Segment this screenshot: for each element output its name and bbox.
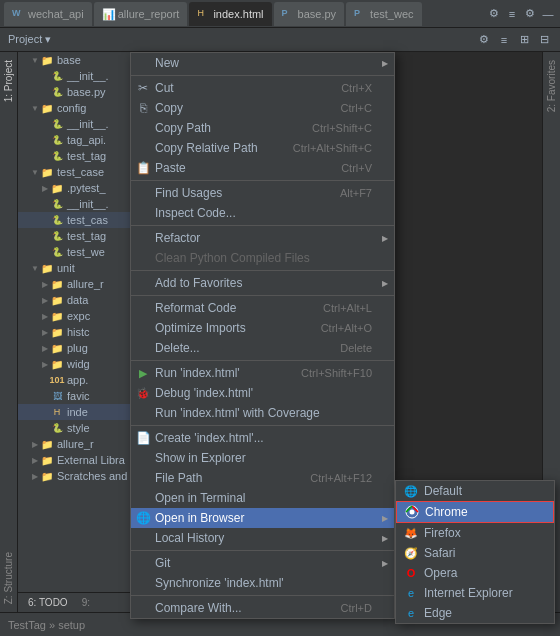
folder-icon-testcase: 📁 — [40, 165, 54, 179]
folder-icon-config: 📁 — [40, 101, 54, 115]
label-scratches: Scratches and — [57, 470, 127, 482]
menu-label-sync: Synchronize 'index.html' — [155, 576, 284, 590]
collapse-icon[interactable]: ⊟ — [536, 32, 552, 48]
menu-item-compare[interactable]: Compare With... Ctrl+D — [131, 598, 394, 618]
menu-item-findusages[interactable]: Find Usages Alt+F7 — [131, 183, 394, 203]
tree-arrow-pytest: ▶ — [40, 184, 50, 193]
submenu-item-default[interactable]: 🌐 Default — [396, 481, 554, 501]
bottom-tab-todo[interactable]: 6: TODO — [22, 595, 74, 610]
filter-icon[interactable]: ≡ — [496, 32, 512, 48]
layout-btn[interactable]: ≡ — [504, 6, 520, 22]
menu-item-favorites[interactable]: Add to Favorites — [131, 273, 394, 293]
tab-base-py[interactable]: P base.py — [274, 2, 345, 26]
menu-item-optimize[interactable]: Optimize Imports Ctrl+Alt+O — [131, 318, 394, 338]
folder-icon-expc: 📁 — [50, 309, 64, 323]
menu-item-cut[interactable]: ✂ Cut Ctrl+X — [131, 78, 394, 98]
menu-label-delete: Delete... — [155, 341, 200, 355]
label-widg: widg — [67, 358, 90, 370]
menu-item-sync[interactable]: Synchronize 'index.html' — [131, 573, 394, 593]
menu-item-paste[interactable]: 📋 Paste Ctrl+V — [131, 158, 394, 178]
menu-shortcut-copy: Ctrl+C — [341, 102, 386, 114]
menu-item-openterminal[interactable]: Open in Terminal — [131, 488, 394, 508]
debug-icon: 🐞 — [136, 386, 150, 400]
menu-label-copyrelpath: Copy Relative Path — [155, 141, 258, 155]
folder-icon-widg: 📁 — [50, 357, 64, 371]
menu-shortcut-reformat: Ctrl+Alt+L — [323, 302, 386, 314]
menu-label-copy: Copy — [155, 101, 183, 115]
bottom-tab-9[interactable]: 9: — [76, 595, 96, 610]
menu-label-findusages: Find Usages — [155, 186, 222, 200]
menu-label-inspect: Inspect Code... — [155, 206, 236, 220]
close-btn[interactable]: — — [540, 6, 556, 22]
create-icon: 📄 — [136, 431, 150, 445]
menu-item-localhistory[interactable]: Local History — [131, 528, 394, 548]
menu-item-reformat[interactable]: Reformat Code Ctrl+Alt+L — [131, 298, 394, 318]
menu-shortcut-copyrelpath: Ctrl+Alt+Shift+C — [293, 142, 386, 154]
context-menu: New ✂ Cut Ctrl+X ⎘ Copy Ctrl+C Copy Path… — [130, 52, 395, 619]
folder-icon-pytest: 📁 — [50, 181, 64, 195]
menu-shortcut-findusages: Alt+F7 — [340, 187, 386, 199]
menu-item-new[interactable]: New — [131, 53, 394, 73]
svg-point-1 — [410, 510, 415, 515]
side-tab-favorites[interactable]: 2: Favorites — [544, 52, 559, 120]
browser-icon-menu: 🌐 — [136, 511, 150, 525]
chrome-icon — [405, 505, 419, 519]
menu-label-coverage: Run 'index.html' with Coverage — [155, 406, 320, 420]
tab-icon-allure: 📊 — [102, 8, 114, 20]
tab-wechat-api[interactable]: W wechat_api — [4, 2, 92, 26]
submenu-item-opera[interactable]: O Opera — [396, 563, 554, 583]
label-app: app. — [67, 374, 88, 386]
arrow-12: ▶ — [40, 312, 50, 321]
submenu-label-default: Default — [424, 484, 462, 498]
menu-label-paste: Paste — [155, 161, 186, 175]
menu-item-coverage[interactable]: Run 'index.html' with Coverage — [131, 403, 394, 423]
label-allurer: allure_r — [67, 278, 104, 290]
submenu-item-chrome[interactable]: Chrome — [396, 501, 554, 523]
side-tab-structure[interactable]: Z: Structure — [1, 544, 16, 612]
label-init1: __init__. — [67, 70, 109, 82]
tab-index-html[interactable]: H index.html — [189, 2, 271, 26]
menu-item-openinbrowser[interactable]: 🌐 Open in Browser — [131, 508, 394, 528]
label-extlib: External Libra — [57, 454, 125, 466]
menu-item-git[interactable]: Git — [131, 553, 394, 573]
submenu-label-chrome: Chrome — [425, 505, 468, 519]
submenu-item-edge[interactable]: e Edge — [396, 603, 554, 623]
tab-label-base: base.py — [298, 8, 337, 20]
label-style: style — [67, 422, 90, 434]
settings-icon[interactable]: ⚙ — [476, 32, 492, 48]
label-inde: inde — [67, 406, 88, 418]
paste-icon: 📋 — [136, 161, 150, 175]
menu-item-inspect[interactable]: Inspect Code... — [131, 203, 394, 223]
menu-item-refactor[interactable]: Refactor — [131, 228, 394, 248]
menu-item-debug[interactable]: 🐞 Debug 'index.html' — [131, 383, 394, 403]
folder-icon-unit: 📁 — [40, 261, 54, 275]
menu-shortcut-paste: Ctrl+V — [341, 162, 386, 174]
menu-label-favorites: Add to Favorites — [155, 276, 242, 290]
menu-item-filepath[interactable]: File Path Ctrl+Alt+F12 — [131, 468, 394, 488]
py-icon-3: 🐍 — [50, 117, 64, 131]
tab-test-wec[interactable]: P test_wec — [346, 2, 421, 26]
submenu-item-firefox[interactable]: 🦊 Firefox — [396, 523, 554, 543]
expand-icon[interactable]: ⊞ — [516, 32, 532, 48]
side-tab-project[interactable]: 1: Project — [1, 52, 16, 110]
tree-label-unit: unit — [57, 262, 75, 274]
menu-item-copy[interactable]: ⎘ Copy Ctrl+C — [131, 98, 394, 118]
menu-item-create[interactable]: 📄 Create 'index.html'... — [131, 428, 394, 448]
submenu-item-safari[interactable]: 🧭 Safari — [396, 543, 554, 563]
menu-item-copyrelpath[interactable]: Copy Relative Path Ctrl+Alt+Shift+C — [131, 138, 394, 158]
menu-shortcut-cut: Ctrl+X — [341, 82, 386, 94]
menu-item-showinexplorer[interactable]: Show in Explorer — [131, 448, 394, 468]
menu-item-run[interactable]: ▶ Run 'index.html' Ctrl+Shift+F10 — [131, 363, 394, 383]
settings-btn[interactable]: ⚙ — [486, 6, 502, 22]
gear-btn[interactable]: ⚙ — [522, 6, 538, 22]
project-label[interactable]: Project ▾ — [8, 33, 51, 46]
menu-shortcut-copypath: Ctrl+Shift+C — [312, 122, 386, 134]
tab-allure-report[interactable]: 📊 allure_report — [94, 2, 188, 26]
menu-item-delete[interactable]: Delete... Delete — [131, 338, 394, 358]
tree-label-testcase: test_case — [57, 166, 104, 178]
label-init2: __init__. — [67, 118, 109, 130]
opera-icon: O — [404, 566, 418, 580]
submenu-item-ie[interactable]: e Internet Explorer — [396, 583, 554, 603]
menu-item-copypath[interactable]: Copy Path Ctrl+Shift+C — [131, 118, 394, 138]
folder-icon-extlib: 📁 — [40, 453, 54, 467]
